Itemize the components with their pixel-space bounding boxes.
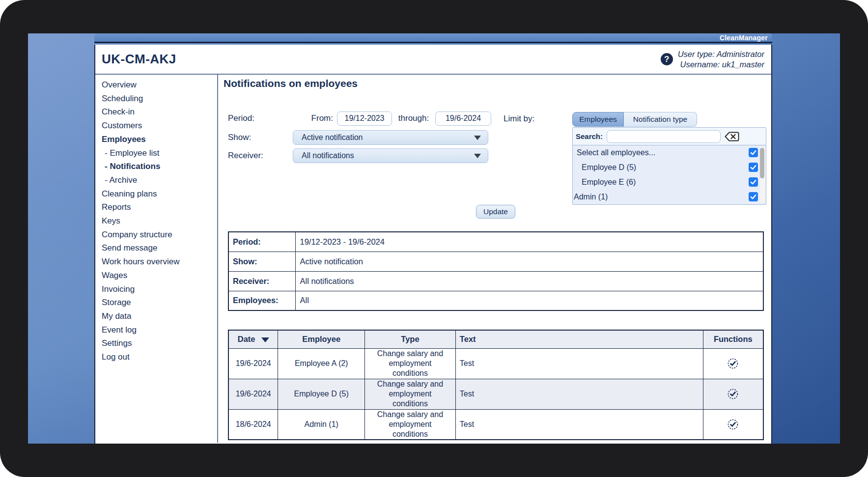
tab-notification-type[interactable]: Notification type — [624, 112, 697, 127]
search-input[interactable] — [607, 130, 721, 143]
table-row: 19/6-2024 Employee D (5) Change salary a… — [228, 379, 763, 409]
table-row: Receiver: All notifications — [228, 271, 763, 291]
show-dropdown-value: Active notification — [302, 133, 474, 142]
through-date-input[interactable] — [435, 112, 491, 126]
checkbox-checked[interactable] — [749, 192, 758, 201]
clear-search-icon[interactable] — [725, 131, 739, 141]
show-dropdown[interactable]: Active notification — [293, 130, 488, 145]
list-item-label: Select all employees... — [573, 148, 655, 157]
device-frame: CleanManager UK-CM-AKJ ? User type: Admi… — [0, 0, 868, 477]
cell-employee: Admin (1) — [278, 409, 365, 440]
search-row: Search: — [573, 128, 766, 145]
summary-employees-value: All — [295, 291, 763, 310]
column-header-date[interactable]: Date — [228, 330, 278, 348]
summary-period-label: Period: — [228, 232, 295, 252]
app-brand: CleanManager — [720, 34, 768, 42]
main-content: Notifications on employees Period: From:… — [218, 75, 771, 443]
cell-functions — [703, 348, 763, 379]
table-row: Period: 19/12-2023 - 19/6-2024 — [228, 232, 763, 252]
summary-show-label: Show: — [228, 252, 295, 271]
filter-summary-table: Period: 19/12-2023 - 19/6-2024 Show: Act… — [228, 231, 764, 311]
sidebar-item-check-in[interactable]: Check-in — [102, 105, 217, 119]
sidebar-item-company-structure[interactable]: Company structure — [102, 228, 217, 242]
confirm-check-icon[interactable] — [727, 358, 739, 369]
sidebar-item-wages[interactable]: Wages — [102, 269, 217, 282]
sidebar-item-event-log[interactable]: Event log — [102, 323, 217, 337]
cell-text: Test — [455, 409, 703, 440]
sidebar-item-send-message[interactable]: Send message — [102, 241, 217, 255]
sidebar-item-keys[interactable]: Keys — [102, 214, 217, 228]
employee-list: Select all employees... Employee D (5) — [573, 145, 766, 204]
list-item-employee-d[interactable]: Employee D (5) — [573, 160, 766, 175]
search-label: Search: — [576, 132, 603, 140]
cell-functions — [703, 409, 763, 440]
table-row: 19/6-2024 Employee A (2) Change salary a… — [228, 348, 763, 379]
sort-desc-icon[interactable] — [261, 337, 269, 342]
scrollbar-thumb[interactable] — [760, 148, 764, 178]
sidebar-item-log-out[interactable]: Log out — [102, 350, 217, 364]
checkbox-checked[interactable] — [749, 177, 758, 187]
period-label: Period: — [228, 113, 293, 123]
limit-by-label: Limit by: — [504, 114, 534, 124]
sidebar: Overview Scheduling Check-in Customers E… — [95, 75, 218, 443]
list-item-label: Employee D (5) — [573, 163, 636, 172]
column-header-functions: Functions — [703, 330, 763, 348]
table-row: Show: Active notification — [228, 252, 763, 271]
receiver-dropdown[interactable]: All notifications — [293, 148, 488, 163]
browser-titlebar: CleanManager — [94, 33, 772, 43]
sidebar-item-invoicing[interactable]: Invoicing — [102, 282, 217, 296]
user-type-label: User type: Administrator — [678, 49, 764, 59]
cell-type: Change salary and employment conditions — [365, 379, 456, 409]
sidebar-item-overview[interactable]: Overview — [102, 78, 217, 92]
cell-text: Test — [455, 348, 703, 379]
sidebar-item-storage[interactable]: Storage — [102, 296, 217, 309]
notifications-table: Date Employee Type Text Functions 19/6-2… — [228, 330, 764, 440]
summary-employees-label: Employees: — [228, 291, 295, 310]
username-label: Username: uk1_master — [678, 59, 764, 70]
confirm-check-icon[interactable] — [727, 388, 739, 400]
sidebar-item-employee-list[interactable]: - Employee list — [102, 146, 217, 160]
checkbox-checked[interactable] — [749, 148, 758, 157]
limit-by-tabs: Employees Notification type — [572, 112, 697, 127]
table-header-row: Date Employee Type Text Functions — [228, 330, 763, 348]
list-item-admin[interactable]: Admin (1) — [573, 190, 766, 204]
desktop-background: CleanManager UK-CM-AKJ ? User type: Admi… — [28, 33, 840, 444]
from-date-input[interactable] — [337, 112, 392, 126]
cell-date: 19/6-2024 — [228, 348, 278, 379]
sidebar-item-reports[interactable]: Reports — [102, 200, 217, 214]
column-header-type: Type — [365, 330, 456, 348]
sidebar-item-my-data[interactable]: My data — [102, 309, 217, 323]
summary-show-value: Active notification — [295, 252, 763, 271]
list-item-select-all[interactable]: Select all employees... — [573, 145, 766, 160]
sidebar-item-cleaning-plans[interactable]: Cleaning plans — [102, 187, 217, 201]
window-header: UK-CM-AKJ ? User type: Administrator Use… — [95, 45, 771, 75]
cell-functions — [703, 379, 763, 409]
scrollbar-track[interactable] — [760, 146, 765, 203]
sidebar-item-work-hours-overview[interactable]: Work hours overview — [102, 255, 217, 269]
summary-period-value: 19/12-2023 - 19/6-2024 — [295, 232, 763, 252]
list-item-label: Admin (1) — [573, 193, 608, 201]
sidebar-item-notifications[interactable]: - Notifications — [102, 160, 217, 173]
confirm-check-icon[interactable] — [727, 419, 739, 430]
cell-date: 18/6-2024 — [228, 409, 278, 440]
tab-employees[interactable]: Employees — [572, 112, 624, 127]
sidebar-item-settings[interactable]: Settings — [102, 337, 217, 350]
sidebar-item-scheduling[interactable]: Scheduling — [102, 92, 217, 106]
update-button[interactable]: Update — [476, 205, 515, 219]
through-label: through: — [396, 113, 431, 123]
cell-employee: Employee A (2) — [278, 348, 365, 379]
sidebar-item-archive[interactable]: - Archive — [102, 173, 217, 187]
app-window: UK-CM-AKJ ? User type: Administrator Use… — [94, 45, 772, 444]
sidebar-item-employees[interactable]: Employees — [102, 133, 217, 146]
list-item-label: Employee E (6) — [573, 178, 636, 187]
cell-employee: Employee D (5) — [278, 379, 365, 409]
sidebar-item-customers[interactable]: Customers — [102, 119, 217, 133]
main-heading: Notifications on employees — [224, 78, 358, 89]
cell-type: Change salary and employment conditions — [365, 409, 456, 440]
list-item-employee-e[interactable]: Employee E (6) — [573, 175, 766, 190]
column-header-employee: Employee — [278, 330, 365, 348]
cell-date: 19/6-2024 — [228, 379, 278, 409]
checkbox-checked[interactable] — [749, 163, 758, 172]
table-row: Employees: All — [228, 291, 763, 310]
help-icon[interactable]: ? — [661, 53, 673, 65]
